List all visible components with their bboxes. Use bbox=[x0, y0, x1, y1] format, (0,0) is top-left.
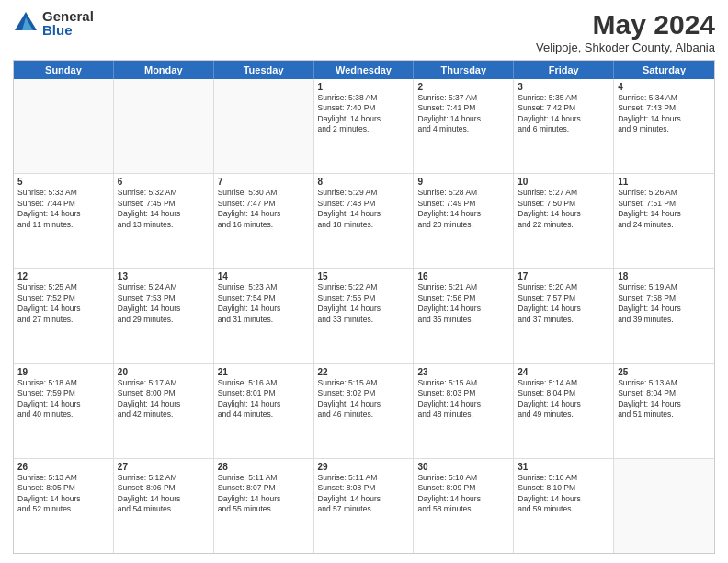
day-number: 25 bbox=[618, 367, 711, 377]
cell-line: and 46 minutes. bbox=[318, 409, 410, 419]
cell-line: and 39 minutes. bbox=[618, 315, 711, 325]
day-number: 4 bbox=[618, 82, 711, 92]
day-number: 26 bbox=[17, 462, 109, 472]
cell-line: Sunset: 8:08 PM bbox=[318, 483, 410, 493]
cell-line: Daylight: 14 hours bbox=[17, 209, 109, 219]
cell-line: Sunset: 7:41 PM bbox=[417, 103, 509, 113]
logo-icon bbox=[13, 10, 39, 36]
header: General Blue May 2024 Velipoje, Shkoder … bbox=[13, 9, 715, 54]
calendar-row-0: 1Sunrise: 5:38 AMSunset: 7:40 PMDaylight… bbox=[14, 79, 714, 173]
cell-line: Daylight: 14 hours bbox=[118, 209, 210, 219]
calendar-cell-r3-c0: 19Sunrise: 5:18 AMSunset: 7:59 PMDayligh… bbox=[14, 364, 114, 458]
cell-line: Sunset: 8:04 PM bbox=[618, 388, 711, 398]
logo-text: General Blue bbox=[42, 9, 94, 37]
cell-line: Sunrise: 5:17 AM bbox=[118, 378, 210, 388]
cell-line: and 27 minutes. bbox=[17, 315, 109, 325]
cell-line: and 59 minutes. bbox=[518, 504, 609, 514]
cell-line: Sunrise: 5:10 AM bbox=[417, 473, 509, 483]
day-number: 14 bbox=[218, 271, 310, 282]
calendar-header-sunday: Sunday bbox=[14, 61, 114, 79]
cell-line: and 44 minutes. bbox=[218, 409, 310, 419]
cell-line: Daylight: 14 hours bbox=[318, 494, 410, 504]
cell-line: and 51 minutes. bbox=[618, 409, 711, 419]
cell-line: and 18 minutes. bbox=[318, 220, 410, 230]
calendar-cell-r1-c6: 11Sunrise: 5:26 AMSunset: 7:51 PMDayligh… bbox=[614, 174, 714, 268]
cell-line: and 55 minutes. bbox=[218, 504, 310, 514]
calendar-header-monday: Monday bbox=[114, 61, 214, 79]
cell-line: Sunrise: 5:15 AM bbox=[417, 378, 509, 388]
cell-line: Daylight: 14 hours bbox=[417, 304, 509, 314]
cell-line: Daylight: 14 hours bbox=[417, 209, 509, 219]
cell-line: Sunset: 8:02 PM bbox=[318, 388, 410, 398]
cell-line: Sunset: 8:06 PM bbox=[118, 483, 210, 493]
calendar-header-saturday: Saturday bbox=[614, 61, 714, 79]
day-number: 17 bbox=[518, 271, 609, 282]
subtitle: Velipoje, Shkoder County, Albania bbox=[536, 40, 715, 54]
cell-line: and 4 minutes. bbox=[417, 124, 509, 134]
page: General Blue May 2024 Velipoje, Shkoder … bbox=[0, 0, 728, 563]
cell-line: Sunset: 7:48 PM bbox=[318, 199, 410, 209]
cell-line: Daylight: 14 hours bbox=[218, 399, 310, 409]
cell-line: and 49 minutes. bbox=[518, 409, 609, 419]
cell-line: Daylight: 14 hours bbox=[518, 304, 609, 314]
cell-line: Sunset: 8:07 PM bbox=[218, 483, 310, 493]
calendar-cell-r0-c2 bbox=[214, 79, 314, 173]
calendar-cell-r3-c6: 25Sunrise: 5:13 AMSunset: 8:04 PMDayligh… bbox=[614, 364, 714, 458]
cell-line: and 58 minutes. bbox=[417, 504, 509, 514]
cell-line: Sunset: 8:00 PM bbox=[118, 388, 210, 398]
cell-line: Sunset: 8:10 PM bbox=[518, 483, 609, 493]
cell-line: Daylight: 14 hours bbox=[17, 304, 109, 314]
cell-line: and 29 minutes. bbox=[118, 315, 210, 325]
calendar-cell-r4-c5: 31Sunrise: 5:10 AMSunset: 8:10 PMDayligh… bbox=[514, 459, 614, 553]
cell-line: Daylight: 14 hours bbox=[417, 114, 509, 124]
cell-line: and 9 minutes. bbox=[618, 124, 711, 134]
calendar-cell-r0-c3: 1Sunrise: 5:38 AMSunset: 7:40 PMDaylight… bbox=[314, 79, 415, 173]
cell-line: Daylight: 14 hours bbox=[17, 399, 109, 409]
calendar-cell-r0-c6: 4Sunrise: 5:34 AMSunset: 7:43 PMDaylight… bbox=[614, 79, 714, 173]
cell-line: Sunset: 7:59 PM bbox=[17, 388, 109, 398]
cell-line: Daylight: 14 hours bbox=[118, 494, 210, 504]
calendar-cell-r3-c4: 23Sunrise: 5:15 AMSunset: 8:03 PMDayligh… bbox=[414, 364, 514, 458]
day-number: 11 bbox=[618, 177, 711, 187]
calendar-header-friday: Friday bbox=[514, 61, 614, 79]
calendar-cell-r2-c1: 13Sunrise: 5:24 AMSunset: 7:53 PMDayligh… bbox=[114, 269, 214, 362]
cell-line: Sunrise: 5:27 AM bbox=[518, 188, 609, 198]
day-number: 21 bbox=[218, 367, 310, 377]
cell-line: Daylight: 14 hours bbox=[318, 304, 410, 314]
cell-line: Sunrise: 5:13 AM bbox=[618, 378, 711, 388]
calendar-cell-r1-c1: 6Sunrise: 5:32 AMSunset: 7:45 PMDaylight… bbox=[114, 174, 214, 268]
cell-line: Sunrise: 5:25 AM bbox=[17, 282, 109, 293]
day-number: 13 bbox=[118, 271, 210, 282]
calendar-cell-r0-c4: 2Sunrise: 5:37 AMSunset: 7:41 PMDaylight… bbox=[414, 79, 514, 173]
cell-line: Sunrise: 5:30 AM bbox=[218, 188, 310, 198]
day-number: 8 bbox=[318, 177, 410, 187]
logo-blue: Blue bbox=[42, 23, 94, 37]
cell-line: Sunset: 7:49 PM bbox=[417, 199, 509, 209]
cell-line: Sunrise: 5:11 AM bbox=[218, 473, 310, 483]
logo: General Blue bbox=[13, 9, 94, 37]
calendar-cell-r1-c4: 9Sunrise: 5:28 AMSunset: 7:49 PMDaylight… bbox=[414, 174, 514, 268]
cell-line: Daylight: 14 hours bbox=[618, 114, 711, 124]
cell-line: Daylight: 14 hours bbox=[518, 114, 609, 124]
cell-line: Daylight: 14 hours bbox=[218, 209, 310, 219]
day-number: 28 bbox=[218, 462, 310, 472]
cell-line: Sunset: 8:03 PM bbox=[417, 388, 509, 398]
calendar-cell-r4-c0: 26Sunrise: 5:13 AMSunset: 8:05 PMDayligh… bbox=[14, 459, 114, 553]
day-number: 9 bbox=[417, 177, 509, 187]
cell-line: Sunrise: 5:38 AM bbox=[318, 93, 410, 103]
cell-line: Sunset: 7:58 PM bbox=[618, 293, 711, 304]
cell-line: Daylight: 14 hours bbox=[618, 399, 711, 409]
cell-line: Sunset: 8:09 PM bbox=[417, 483, 509, 493]
main-title: May 2024 bbox=[536, 9, 715, 40]
cell-line: and 2 minutes. bbox=[318, 124, 410, 134]
cell-line: Sunset: 7:52 PM bbox=[17, 293, 109, 304]
cell-line: and 16 minutes. bbox=[218, 220, 310, 230]
cell-line: Daylight: 14 hours bbox=[618, 304, 711, 314]
cell-line: Daylight: 14 hours bbox=[17, 494, 109, 504]
calendar-cell-r3-c5: 24Sunrise: 5:14 AMSunset: 8:04 PMDayligh… bbox=[514, 364, 614, 458]
cell-line: Sunrise: 5:12 AM bbox=[118, 473, 210, 483]
cell-line: Sunrise: 5:35 AM bbox=[518, 93, 609, 103]
day-number: 20 bbox=[118, 367, 210, 377]
cell-line: Daylight: 14 hours bbox=[218, 494, 310, 504]
cell-line: Sunrise: 5:24 AM bbox=[118, 282, 210, 293]
